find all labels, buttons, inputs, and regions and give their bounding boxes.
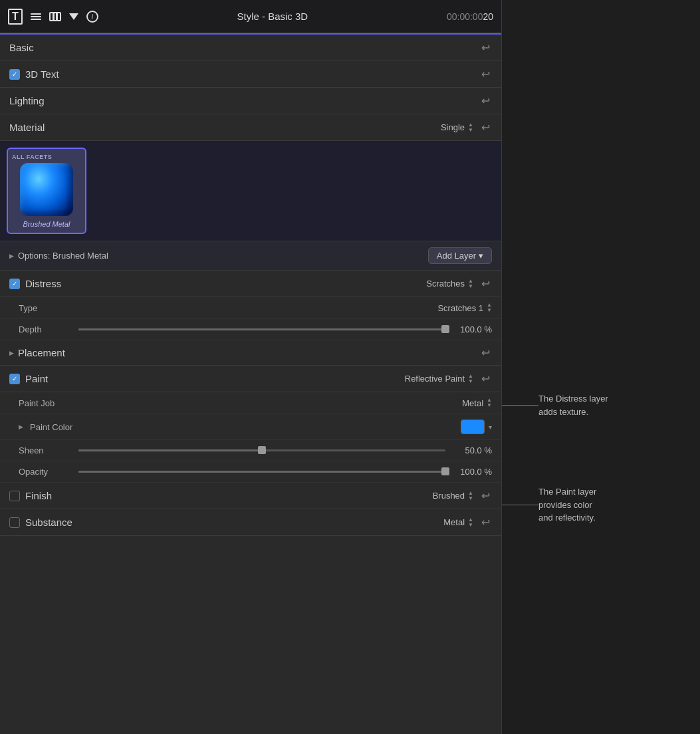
paint-color-dropdown-icon[interactable]: ▾	[489, 424, 492, 431]
placement-label: Placement	[18, 347, 479, 358]
options-row: ▶ Options: Brushed Metal Add Layer ▾	[0, 241, 501, 271]
finish-checkbox[interactable]	[9, 491, 20, 501]
material-area: ALL FACETS Brushed Metal	[0, 141, 501, 241]
toolbar-time: 00:00:0020	[447, 11, 493, 22]
options-label: Options: Brushed Metal	[18, 251, 428, 261]
paint-annotation: The Paint layer provides color and refle…	[502, 485, 596, 525]
placement-triangle-icon[interactable]: ▶	[9, 350, 14, 356]
lines-icon[interactable]	[31, 13, 41, 20]
depth-thumb[interactable]	[441, 325, 449, 333]
3dtext-section[interactable]: ✓ 3D Text ↩	[0, 61, 501, 88]
paint-job-stepper[interactable]: Metal ▲ ▼	[462, 398, 492, 408]
substance-section[interactable]: Substance Metal ▲ ▼ ↩	[0, 509, 501, 536]
depth-slider[interactable]	[78, 328, 445, 330]
finish-section[interactable]: Finish Brushed ▲ ▼ ↩	[0, 483, 501, 509]
finish-reset[interactable]: ↩	[479, 489, 492, 502]
material-reset[interactable]: ↩	[479, 121, 492, 134]
filter-icon[interactable]	[69, 13, 78, 20]
substance-reset[interactable]: ↩	[479, 516, 492, 529]
material-stepper[interactable]: Single ▲ ▼	[441, 122, 473, 133]
stepper-down-icon: ▼	[468, 128, 473, 133]
finish-stepper[interactable]: Brushed ▲ ▼	[433, 491, 473, 501]
finish-stepper-down-icon: ▼	[468, 496, 473, 501]
paint-annotation-text: The Paint layer provides color and refle…	[538, 485, 596, 525]
opacity-fill	[78, 471, 445, 473]
info-icon[interactable]: i	[86, 11, 98, 23]
substance-value: Metal	[443, 517, 465, 527]
paint-color-swatch[interactable]	[461, 420, 485, 434]
finish-value: Brushed	[433, 491, 465, 501]
distress-section[interactable]: ✓ Distress Scratches ▲ ▼ ↩	[0, 271, 501, 297]
finish-label: Finish	[25, 490, 433, 501]
basic-section[interactable]: Basic ↩	[0, 33, 501, 61]
paint-color-value-area[interactable]: ▾	[461, 420, 492, 434]
basic-reset[interactable]: ↩	[479, 41, 492, 54]
placement-reset[interactable]: ↩	[479, 346, 492, 359]
text-tool-icon[interactable]: T	[8, 9, 23, 25]
paint-job-stepper-down-icon: ▼	[487, 403, 492, 408]
distress-label: Distress	[25, 278, 426, 289]
basic-label: Basic	[9, 42, 479, 53]
distress-stepper[interactable]: Scratches ▲ ▼	[426, 279, 473, 289]
distress-checkbox[interactable]: ✓	[9, 279, 20, 289]
lighting-label: Lighting	[9, 95, 479, 106]
checkbox-check-icon: ✓	[12, 70, 17, 78]
type-label: Type	[19, 303, 437, 313]
paint-reset[interactable]: ↩	[479, 372, 492, 385]
add-layer-button[interactable]: Add Layer ▾	[428, 247, 492, 264]
substance-checkbox[interactable]	[9, 517, 20, 528]
sheen-thumb[interactable]	[258, 446, 266, 454]
add-layer-label: Add Layer	[437, 251, 476, 261]
paint-color-row[interactable]: ▶ Paint Color ▾	[0, 414, 501, 440]
sheen-fill	[78, 449, 262, 451]
toolbar-icons: T i	[8, 9, 98, 25]
distress-annotation-text: The Distress layer adds texture.	[538, 392, 608, 418]
material-thumbnail[interactable]: ALL FACETS Brushed Metal	[7, 148, 86, 234]
collapse-triangle-icon[interactable]: ▶	[9, 253, 14, 259]
paint-checkbox[interactable]: ✓	[9, 374, 20, 384]
material-section[interactable]: Material Single ▲ ▼ ↩	[0, 114, 501, 141]
material-label: Material	[9, 122, 441, 133]
type-stepper[interactable]: Scratches 1 ▲ ▼	[437, 303, 492, 313]
toolbar: T i Style - Basic 3D 00:00:0020	[0, 0, 501, 33]
paint-color-label: ▶ Paint Color	[19, 422, 461, 432]
3dtext-checkbox[interactable]: ✓	[9, 69, 20, 80]
time-highlight: 20	[483, 11, 493, 22]
substance-stepper[interactable]: Metal ▲ ▼	[443, 517, 473, 528]
depth-label: Depth	[19, 324, 72, 334]
distress-stepper-down-icon: ▼	[468, 284, 473, 289]
lighting-reset[interactable]: ↩	[479, 94, 492, 107]
paint-label: Paint	[25, 373, 405, 384]
brushed-metal-preview	[20, 163, 73, 216]
paint-check-icon: ✓	[12, 375, 17, 382]
opacity-label: Opacity	[19, 467, 72, 477]
paint-color-triangle-icon[interactable]: ▶	[19, 424, 23, 430]
material-name: Brushed Metal	[23, 220, 70, 228]
depth-fill	[78, 328, 445, 330]
placement-row[interactable]: ▶ Placement ↩	[0, 340, 501, 366]
opacity-thumb[interactable]	[441, 467, 449, 475]
opacity-slider[interactable]	[78, 471, 445, 473]
sheen-slider[interactable]	[78, 449, 445, 451]
facets-label: ALL FACETS	[12, 154, 52, 160]
paint-annotation-line	[502, 505, 538, 505]
sheen-row: Sheen 50.0 %	[0, 440, 501, 461]
film-icon[interactable]	[49, 12, 61, 21]
type-value: Scratches 1	[437, 303, 483, 313]
material-value: Single	[441, 122, 465, 132]
distress-annotation: The Distress layer adds texture.	[502, 392, 608, 418]
toolbar-title: Style - Basic 3D	[105, 11, 440, 22]
paint-stepper[interactable]: Reflective Paint ▲ ▼	[405, 374, 473, 384]
paint-stepper-down-icon: ▼	[468, 379, 473, 384]
lighting-section[interactable]: Lighting ↩	[0, 88, 501, 114]
opacity-value: 100.0 %	[452, 467, 492, 477]
sheen-label: Sheen	[19, 445, 72, 455]
paint-value: Reflective Paint	[405, 374, 465, 384]
3dtext-reset[interactable]: ↩	[479, 68, 492, 80]
substance-stepper-down-icon: ▼	[468, 523, 473, 528]
distress-value: Scratches	[426, 279, 465, 289]
paint-section[interactable]: ✓ Paint Reflective Paint ▲ ▼ ↩	[0, 366, 501, 392]
distress-reset[interactable]: ↩	[479, 277, 492, 290]
time-value: 00:00:00	[447, 11, 483, 22]
paint-job-label: Paint Job	[19, 398, 462, 408]
